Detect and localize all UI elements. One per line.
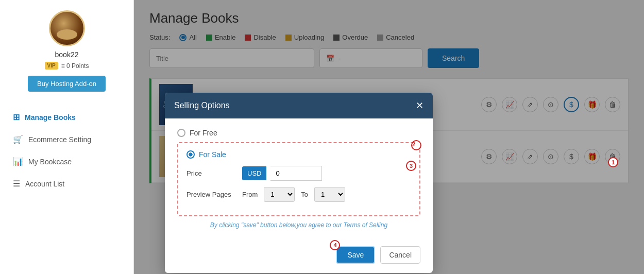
modal-header: Selling Options ✕ <box>165 93 433 118</box>
for-free-option[interactable]: For Free <box>177 129 420 137</box>
sidebar: book22 VIP 0 Points Buy Hosting Add-on ⊞… <box>0 0 134 274</box>
sidebar-item-account-list[interactable]: ☰ Account List <box>5 174 128 194</box>
price-section: 3 Price USD Preview Pages From 12 <box>187 166 411 202</box>
preview-label: Preview Pages <box>187 191 238 198</box>
sidebar-item-my-bookcase[interactable]: 📊 My Bookcase <box>5 151 128 172</box>
annotation-1: 1 <box>608 157 618 167</box>
sidebar-item-label: My Bookcase <box>28 158 72 166</box>
modal-close-button[interactable]: ✕ <box>416 100 423 111</box>
selling-options-modal: Selling Options ✕ For Free 2 For Sale <box>165 93 433 273</box>
for-sale-option[interactable]: For Sale <box>187 150 405 159</box>
username: book22 <box>55 50 79 59</box>
sidebar-item-label: Manage Books <box>25 113 76 122</box>
preview-pages-row: Preview Pages From 123 To 123 <box>187 187 411 202</box>
sidebar-item-label: Ecommerce Setting <box>28 135 91 144</box>
save-section: 4 Save <box>336 246 375 264</box>
to-label: To <box>301 191 308 198</box>
sidebar-nav: ⊞ Manage Books 🛒 Ecommerce Setting 📊 My … <box>0 107 133 196</box>
annotation-2: 2 <box>411 140 421 150</box>
for-sale-label: For Sale <box>199 150 226 159</box>
for-sale-radio[interactable] <box>187 150 195 159</box>
terms-text: By clicking "save" button below,you agre… <box>177 221 420 229</box>
modal-body: For Free 2 For Sale 3 Price <box>165 118 433 246</box>
from-page-select[interactable]: 123 <box>264 187 295 202</box>
bookcase-icon: 📊 <box>13 157 23 166</box>
avatar <box>49 10 85 46</box>
points: 0 Points <box>61 62 89 70</box>
sidebar-item-manage-books[interactable]: ⊞ Manage Books <box>5 107 128 127</box>
account-icon: ☰ <box>13 179 20 189</box>
vip-row: VIP 0 Points <box>45 62 89 70</box>
from-label: From <box>242 191 258 198</box>
sidebar-item-ecommerce-setting[interactable]: 🛒 Ecommerce Setting <box>5 129 128 149</box>
manage-books-icon: ⊞ <box>13 112 20 122</box>
sidebar-item-label: Account List <box>25 180 64 188</box>
buy-hosting-button[interactable]: Buy Hosting Add-on <box>28 76 106 92</box>
price-row: Price USD <box>187 166 411 181</box>
modal-overlay: Selling Options ✕ For Free 2 For Sale <box>134 0 644 274</box>
ecommerce-icon: 🛒 <box>13 134 23 144</box>
modal-title: Selling Options <box>174 101 230 110</box>
for-sale-box: 2 For Sale 3 Price USD <box>177 142 420 216</box>
to-page-select[interactable]: 123 <box>314 187 345 202</box>
for-free-radio[interactable] <box>177 129 185 137</box>
price-label: Price <box>187 169 238 177</box>
vip-badge: VIP <box>45 62 58 70</box>
currency-button[interactable]: USD <box>242 166 266 180</box>
main-content: Manage Books Status: All Enable Disable … <box>134 0 644 274</box>
modal-footer: 4 Save Cancel <box>165 246 433 273</box>
save-button[interactable]: Save <box>336 246 375 264</box>
price-input[interactable] <box>270 166 322 181</box>
for-free-label: For Free <box>190 129 217 137</box>
cancel-button[interactable]: Cancel <box>380 246 420 264</box>
annotation-3: 3 <box>406 161 416 171</box>
